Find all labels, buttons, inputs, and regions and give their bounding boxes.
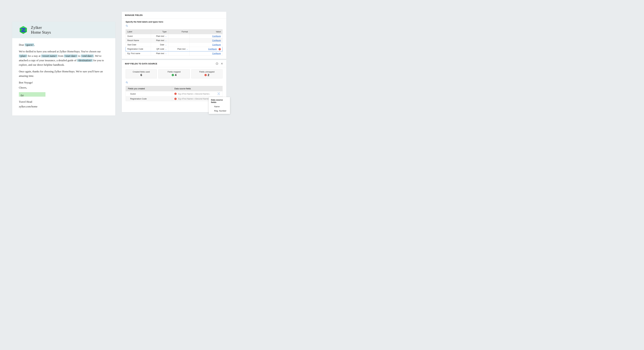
type-value: QR code [156,48,164,50]
text-frag: We're thrilled to have you onboard at Zy… [19,50,101,53]
info-badge-icon: i [174,98,176,100]
svg-line-3 [127,26,128,27]
type-value: Date [160,44,164,46]
field-row[interactable]: Resort Name Plain text⌄ Configure [126,38,222,43]
manage-fields-title: MANAGE FIELDS [122,12,226,19]
field-label[interactable]: Resort Name [126,38,151,43]
format-cell [168,51,190,56]
merge-tag-start-date[interactable]: <start date> [64,54,78,57]
col-label: Label [126,30,151,34]
intro-paragraph: We're thrilled to have you onboard at Zy… [19,49,109,67]
insert-field-icon[interactable] [217,92,220,95]
stat-label: Created fields used [127,71,156,73]
merge-tag-guest[interactable]: <guest> [25,43,34,46]
svg-point-2 [126,25,127,26]
merge-tag-resort-name[interactable]: <resort name> [41,54,58,57]
data-source-hint[interactable]: Eg:«First Name» «Second Name». [178,98,210,100]
svg-point-5 [217,64,217,64]
mapping-row[interactable]: Registration Code i Eg:«First Name» «Sec… [126,96,222,101]
chevron-down-icon: ⌄ [165,44,166,46]
search-icon[interactable] [126,25,128,28]
stat-value: 6 [140,73,142,77]
info-badge-icon: i [174,93,176,95]
map-fields-title: MAP FIELDS TO DATA SOURCE [125,63,157,65]
manage-fields-panel: MANAGE FIELDS Specify the field labels a… [122,12,226,59]
format-cell [168,38,190,43]
configure-link[interactable]: Configure [208,48,217,50]
svg-point-4 [216,63,218,65]
format-value: Plain text [178,48,186,50]
field-label[interactable]: Registration Code [126,47,151,51]
letter-body: Dear <guest>, We're thrilled to have you… [12,38,115,116]
check-icon: ✓ [172,74,174,76]
greeting-suffix: , [34,43,35,46]
signature-field[interactable]: ℓ℮ [19,92,46,97]
field-row[interactable]: Start Date Date⌄ Configure [126,43,222,47]
stat-label: Fields mapped [160,71,188,73]
type-value: Plain text [156,35,164,37]
sender-role: Travel Head [19,100,109,104]
configure-link[interactable]: Configure [212,39,221,42]
merge-tag-destination[interactable]: <destination> [77,59,93,62]
dropdown-header: Data source fields [209,97,230,104]
signoff-line-1: Bon Voyage! [19,80,109,85]
field-name: Registration Code [126,96,172,101]
dropdown-item[interactable]: Name [209,104,230,109]
col-format: Format [168,30,190,34]
type-select[interactable]: Date⌄ [160,44,166,46]
type-value: Plain text [156,52,164,55]
data-source-hint[interactable]: Eg:«First Name» «Second Name». [178,93,210,95]
chevron-down-icon: ⌄ [165,52,166,54]
merge-tag-plan[interactable]: <plan> [19,54,27,57]
dropdown-item[interactable]: Reg. Number [209,109,230,114]
svg-line-9 [127,83,128,83]
type-select[interactable]: Plain text⌄ [156,35,166,37]
field-row-active[interactable]: Registration Code QR code⌄ Plain text⌄ C… [126,47,222,51]
remove-field-button[interactable]: − [218,48,221,50]
greeting-line: Dear <guest>, [19,43,109,47]
field-label[interactable]: Guest [126,34,151,38]
type-value: Plain text [156,39,164,42]
format-select[interactable]: Plain text⌄ [178,48,188,50]
close-icon[interactable] [221,62,223,65]
stat-label: Fields unmapped [192,71,222,73]
merge-tag-end-date[interactable]: <end date> [81,54,94,57]
col-fields-created: Fields you created [126,86,172,91]
text-frag: for a stay at [27,54,41,57]
help-icon[interactable] [216,62,218,65]
letter-document: Zylker Home Stays Dear <guest>, We're th… [12,22,115,115]
stat-created-fields: Created fields used 6 [126,69,157,78]
mapping-row[interactable]: Guest i Eg:«First Name» «Second Name». [126,91,222,96]
stat-value: 4 [175,73,176,77]
stat-fields-unmapped: Fields unmapped !2 [191,69,222,78]
manage-fields-subtitle: Specify the field labels and types here: [126,21,222,23]
format-cell [168,34,190,38]
type-select[interactable]: Plain text⌄ [156,39,166,42]
field-row-new[interactable]: Eg: First name Plain text⌄ Configure [126,51,222,56]
configure-link[interactable]: Configure [212,35,221,37]
warning-icon: ! [204,74,207,76]
svg-point-8 [126,82,127,83]
brand-name-line1: Zylker [31,25,51,30]
col-data-source: Data source fields [172,86,222,91]
signoff-line-2: Cheers, [19,86,109,90]
field-label-placeholder[interactable]: Eg: First name [126,51,151,56]
configure-link[interactable]: Configure [212,52,221,55]
format-cell [168,43,190,47]
field-label[interactable]: Start Date [126,43,151,47]
sender-url: zylker.com/home [19,104,109,109]
type-select[interactable]: Plain text⌄ [156,52,166,55]
stat-fields-mapped: Fields mapped ✓4 [158,69,190,78]
greeting-prefix: Dear [19,43,25,46]
chevron-down-icon: ⌄ [165,40,166,42]
brand-name-line2: Home Stays [31,30,51,35]
data-source-dropdown[interactable]: Data source fields Name Reg. Number [209,97,230,114]
type-select[interactable]: QR code⌄ [156,48,166,50]
chevron-down-icon: ⌄ [165,48,166,50]
configure-link[interactable]: Configure [212,44,221,46]
field-name: Guest [126,91,172,96]
stat-value: 2 [208,73,210,77]
field-row[interactable]: Guest Plain text⌄ Configure [126,34,222,38]
col-value: Value [190,30,222,34]
search-icon[interactable] [126,81,128,84]
